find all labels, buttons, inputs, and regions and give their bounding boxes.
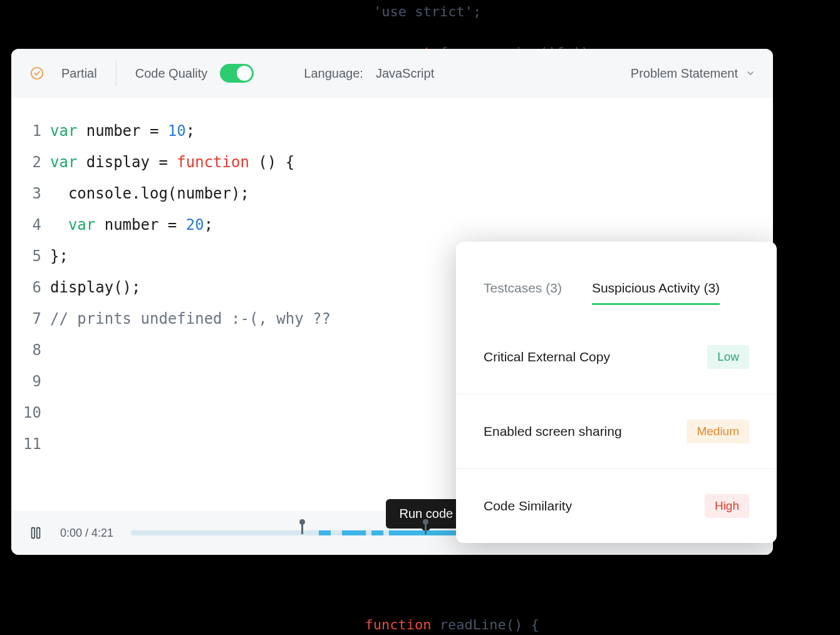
code-line: var number = 10; bbox=[50, 115, 773, 147]
playback-time: 0:00 / 4:21 bbox=[60, 527, 113, 540]
chevron-down-icon bbox=[747, 70, 754, 77]
code-quality-label: Code Quality bbox=[135, 66, 208, 81]
severity-badge: Low bbox=[707, 345, 749, 369]
svg-rect-1 bbox=[32, 528, 35, 539]
line-number: 6 bbox=[11, 272, 41, 303]
status-label: Partial bbox=[61, 66, 97, 81]
partial-status-icon bbox=[30, 66, 44, 80]
tab-suspicious-activity[interactable]: Suspicious Activity (3) bbox=[592, 281, 720, 305]
activity-segment bbox=[371, 530, 383, 535]
activity-panel: Testcases (3)Suspicious Activity (3) Cri… bbox=[456, 242, 777, 543]
tab-testcases[interactable]: Testcases (3) bbox=[484, 281, 562, 305]
svg-rect-2 bbox=[37, 528, 40, 539]
activity-row[interactable]: Code SimilarityHigh bbox=[456, 468, 777, 543]
language-label: Language: bbox=[304, 66, 363, 81]
panel-tabs: Testcases (3)Suspicious Activity (3) bbox=[456, 281, 777, 316]
activity-row[interactable]: Enabled screen sharingMedium bbox=[456, 394, 777, 468]
svg-point-0 bbox=[31, 68, 43, 79]
line-gutter: 1234567891011 bbox=[11, 115, 50, 511]
code-line: var display = function () { bbox=[50, 147, 773, 178]
track-marker[interactable] bbox=[425, 523, 427, 534]
activity-segment bbox=[319, 530, 331, 535]
divider bbox=[116, 61, 117, 86]
line-number: 2 bbox=[11, 147, 41, 178]
severity-badge: Medium bbox=[687, 420, 749, 443]
severity-badge: High bbox=[705, 494, 749, 518]
line-number: 1 bbox=[11, 115, 41, 147]
code-line: var number = 20; bbox=[50, 209, 773, 240]
activity-label: Enabled screen sharing bbox=[484, 424, 622, 439]
toolbar: Partial Code Quality Language: JavaScrip… bbox=[11, 49, 773, 98]
line-number: 10 bbox=[11, 397, 41, 428]
activity-rows: Critical External CopyLowEnabled screen … bbox=[456, 316, 777, 543]
code-quality-toggle[interactable] bbox=[220, 64, 254, 83]
track-marker[interactable] bbox=[301, 523, 303, 534]
bg-code-line-1: 'use strict'; bbox=[373, 4, 481, 19]
dropdown-label: Problem Statement bbox=[631, 66, 738, 81]
activity-row[interactable]: Critical External CopyLow bbox=[456, 316, 777, 394]
activity-label: Critical External Copy bbox=[484, 349, 610, 364]
activity-segment bbox=[342, 530, 365, 535]
code-line: console.log(number); bbox=[50, 178, 773, 209]
language-value: JavaScript bbox=[376, 66, 434, 81]
activity-label: Code Similarity bbox=[484, 498, 572, 514]
line-number: 9 bbox=[11, 366, 41, 397]
line-number: 3 bbox=[11, 178, 41, 209]
bg-code-line-bottom: function readLine() { bbox=[348, 601, 539, 632]
problem-statement-dropdown[interactable]: Problem Statement bbox=[631, 66, 754, 81]
line-number: 8 bbox=[11, 334, 41, 366]
line-number: 7 bbox=[11, 303, 41, 334]
pause-icon[interactable] bbox=[29, 526, 43, 540]
line-number: 5 bbox=[11, 240, 41, 272]
line-number: 11 bbox=[11, 428, 41, 460]
line-number: 4 bbox=[11, 209, 41, 240]
